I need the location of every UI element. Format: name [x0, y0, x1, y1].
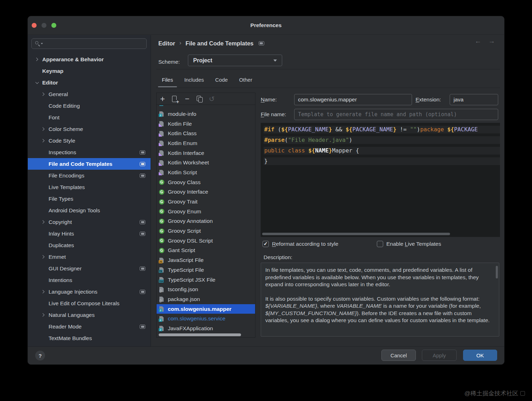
chevron-right-icon[interactable] — [40, 126, 46, 132]
sidebar-item-copyright[interactable]: Copyright — [28, 216, 151, 228]
sidebar-item-code-style[interactable]: Code Style — [28, 135, 151, 146]
reformat-option: Reformat according to style — [262, 241, 338, 247]
list-item-com-slowgenius-mapper[interactable]: Jcom.slowgenius.mapper — [157, 304, 255, 314]
add-button[interactable] — [158, 95, 167, 103]
list-item-kotlin-script[interactable]: Kotlin Script — [157, 168, 255, 177]
minimize-window-icon[interactable] — [42, 23, 46, 28]
apply-button[interactable]: Apply — [422, 350, 457, 361]
sidebar-item-appearance-behavior[interactable]: Appearance & Behavior — [28, 54, 151, 65]
chevron-right-icon[interactable] — [40, 289, 46, 295]
chevron-right-icon[interactable] — [40, 219, 46, 225]
list-item-groovy-interface[interactable]: GGroovy Interface — [157, 187, 255, 197]
list-item-package-json[interactable]: {}package.json — [157, 294, 255, 304]
sidebar-item-editor[interactable]: Editor — [28, 77, 151, 88]
sidebar-item-label: Keymap — [42, 68, 63, 74]
list-item-com-slowgenius-service[interactable]: Jcom.slowgenius.service — [157, 314, 255, 324]
sidebar-item-general[interactable]: General — [28, 88, 151, 100]
tab-code[interactable]: Code — [210, 72, 234, 88]
list-item-clipped[interactable] — [157, 105, 255, 109]
clipped-file-icon — [159, 105, 165, 109]
chevron-placeholder — [40, 173, 46, 178]
remove-button[interactable] — [183, 95, 191, 103]
file-name-input[interactable] — [294, 109, 498, 120]
list-item-groovy-script[interactable]: GGroovy Script — [157, 226, 255, 236]
list-item-groovy-dsl-script[interactable]: GGroovy DSL Script — [157, 236, 255, 246]
name-input[interactable] — [294, 94, 412, 105]
sidebar-item-file-types[interactable]: File Types — [28, 193, 151, 205]
list-item-kotlin-file[interactable]: Kotlin File — [157, 119, 255, 129]
editor-horizontal-scrollbar[interactable] — [262, 233, 450, 235]
list-item-kotlin-class[interactable]: Kotlin Class — [157, 129, 255, 138]
list-item-kotlin-worksheet[interactable]: Kotlin Worksheet — [157, 158, 255, 168]
list-item-tsconfig-json[interactable]: {}tsconfig.json — [157, 284, 255, 294]
code-line: #if (${PACKAGE_NAME} && ${PACKAGE_NAME} … — [264, 126, 500, 133]
sidebar-item-code-editing[interactable]: Code Editing — [28, 100, 151, 112]
sidebar-item-font[interactable]: Font — [28, 112, 151, 123]
list-item-groovy-class[interactable]: GGroovy Class — [157, 177, 255, 187]
search-input[interactable] — [31, 38, 147, 49]
list-item-gant-script[interactable]: GGant Script — [157, 246, 255, 256]
sidebar-item-duplicates[interactable]: Duplicates — [28, 239, 151, 251]
sidebar-item-live-edit-of-compose-literals[interactable]: Live Edit of Compose Literals — [28, 297, 151, 309]
undo-button[interactable] — [208, 95, 216, 103]
scheme-select[interactable]: Project — [188, 55, 282, 66]
vertical-scrollbar[interactable] — [496, 266, 498, 278]
sidebar-item-inspections[interactable]: Inspections — [28, 146, 151, 158]
sidebar-item-textmate-bundles[interactable]: TextMate Bundles — [28, 332, 151, 344]
sidebar-item-live-templates[interactable]: Live Templates — [28, 181, 151, 193]
cancel-button[interactable]: Cancel — [381, 350, 416, 361]
sidebar-item-label: Natural Languages — [49, 312, 95, 318]
chevron-down-icon[interactable] — [34, 80, 40, 86]
list-item-label: TypeScript JSX File — [168, 277, 215, 283]
sidebar-item-android-design-tools[interactable]: Android Design Tools — [28, 205, 151, 216]
duplicate-button[interactable] — [171, 95, 179, 103]
list-item-label: module-info — [168, 111, 196, 117]
chevron-right-icon[interactable] — [40, 138, 46, 144]
kotlin-file-icon — [159, 131, 165, 137]
tab-files[interactable]: Files — [156, 72, 179, 88]
horizontal-scrollbar[interactable] — [159, 333, 241, 336]
sidebar-item-label: Language Injections — [49, 289, 97, 295]
list-item-groovy-trait[interactable]: GGroovy Trait — [157, 197, 255, 207]
list-item-groovy-enum[interactable]: GGroovy Enum — [157, 207, 255, 217]
chevron-placeholder — [40, 150, 46, 155]
list-item-javafxapplication[interactable]: JJavaFXApplication — [157, 324, 255, 332]
sidebar-item-keymap[interactable]: Keymap — [28, 65, 151, 77]
monitor-icon — [140, 220, 145, 224]
list-item-kotlin-enum[interactable]: Kotlin Enum — [157, 138, 255, 148]
copy-button[interactable] — [195, 95, 204, 103]
list-item-typescript-file[interactable]: TSTypeScript File — [157, 265, 255, 275]
ok-button[interactable]: OK — [463, 350, 497, 361]
list-item-typescript-jsx-file[interactable]: TSXTypeScript JSX File — [157, 275, 255, 285]
chevron-right-icon[interactable] — [40, 254, 46, 260]
chevron-right-icon[interactable] — [40, 312, 46, 318]
chevron-right-icon[interactable] — [40, 92, 46, 97]
list-item-groovy-annotation[interactable]: GGroovy Annotation — [157, 217, 255, 226]
sidebar-item-natural-languages[interactable]: Natural Languages — [28, 309, 151, 321]
chevron-right-icon[interactable] — [34, 57, 40, 62]
extension-input[interactable] — [450, 94, 498, 105]
zoom-window-icon[interactable] — [51, 23, 56, 28]
sidebar-item-intentions[interactable]: Intentions — [28, 274, 151, 286]
back-arrow-icon[interactable]: ← — [475, 37, 481, 45]
template-code-editor[interactable]: #if (${PACKAGE_NAME} && ${PACKAGE_NAME} … — [261, 123, 500, 237]
close-window-icon[interactable] — [32, 23, 37, 28]
help-button[interactable]: ? — [35, 351, 45, 361]
tab-other[interactable]: Other — [233, 72, 258, 88]
sidebar-item-language-injections[interactable]: Language Injections — [28, 286, 151, 297]
sidebar-item-reader-mode[interactable]: Reader Mode — [28, 321, 151, 332]
sidebar-item-color-scheme[interactable]: Color Scheme — [28, 123, 151, 135]
list-item-kotlin-interface[interactable]: Kotlin Interface — [157, 148, 255, 158]
tab-includes[interactable]: Includes — [179, 72, 210, 88]
sidebar-item-inlay-hints[interactable]: Inlay Hints — [28, 228, 151, 239]
sidebar-item-file-encodings[interactable]: File Encodings — [28, 170, 151, 181]
forward-arrow-icon[interactable]: → — [488, 37, 495, 45]
sidebar-item-gui-designer[interactable]: GUI Designer — [28, 263, 151, 274]
reformat-checkbox[interactable] — [262, 241, 269, 247]
list-item-module-info[interactable]: Jmodule-info — [157, 109, 255, 119]
sidebar-item-file-and-code-templates[interactable]: File and Code Templates — [28, 158, 151, 170]
list-item-javascript-file[interactable]: JSJavaScript File — [157, 255, 255, 265]
sidebar-item-emmet[interactable]: Emmet — [28, 251, 151, 263]
breadcrumb-editor[interactable]: Editor — [158, 40, 175, 47]
enable-live-templates-checkbox[interactable] — [377, 241, 383, 247]
